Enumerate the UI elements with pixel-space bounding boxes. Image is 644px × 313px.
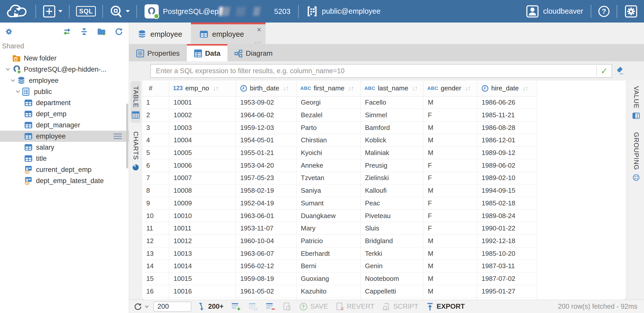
cell-last_name[interactable]: Bridgland bbox=[360, 235, 423, 247]
cell-row-index[interactable]: 7 bbox=[142, 172, 169, 184]
panel-resize-grip[interactable] bbox=[126, 104, 128, 168]
tab-properties[interactable]: Properties bbox=[129, 44, 187, 61]
cell-last_name[interactable]: Genin bbox=[360, 260, 423, 272]
cell-first_name[interactable]: Tzvetan bbox=[296, 172, 360, 184]
cell-birth_date[interactable]: 1959-08-19 bbox=[236, 272, 296, 285]
cell-row-index[interactable]: 6 bbox=[142, 159, 169, 172]
cell-birth_date[interactable]: 1959-12-03 bbox=[236, 121, 296, 134]
cell-birth_date[interactable]: 1952-04-19 bbox=[236, 197, 296, 210]
cell-birth_date[interactable]: 1960-10-04 bbox=[236, 235, 296, 247]
cell-gender[interactable]: F bbox=[423, 109, 477, 122]
cell-last_name[interactable]: Facello bbox=[360, 96, 423, 109]
cell-gender[interactable]: M bbox=[423, 272, 477, 285]
column-header-emp_no[interactable]: 123emp_no↓↑ bbox=[169, 81, 236, 96]
cell-row-index[interactable]: 15 bbox=[142, 272, 169, 285]
add-row-button[interactable] bbox=[231, 302, 241, 311]
cell-first_name[interactable]: Kyoichi bbox=[296, 147, 360, 159]
cell-gender[interactable]: F bbox=[423, 222, 477, 235]
cell-last_name[interactable]: Zielinski bbox=[360, 172, 423, 184]
cell-first_name[interactable]: Guoxiang bbox=[296, 272, 360, 285]
tree-expand-toggle[interactable] bbox=[4, 66, 12, 72]
cell-hire_date[interactable]: 1987-03-11 bbox=[477, 260, 537, 272]
help-button[interactable]: ? bbox=[592, 0, 616, 23]
cell-last_name[interactable]: Peac bbox=[360, 197, 423, 210]
driver-manager-button[interactable] bbox=[104, 0, 135, 23]
sort-arrows-icon[interactable]: ↓↑ bbox=[283, 84, 288, 92]
cell-first_name[interactable]: Patricio bbox=[296, 235, 360, 247]
cell-emp_no[interactable]: 10009 bbox=[169, 197, 236, 210]
cell-last_name[interactable]: Terkki bbox=[360, 247, 423, 260]
tree-item-menu[interactable] bbox=[113, 133, 122, 140]
cell-gender[interactable]: F bbox=[423, 209, 477, 222]
cell-gender[interactable]: M bbox=[423, 184, 477, 197]
cell-row-index[interactable]: 11 bbox=[142, 222, 169, 235]
column-header-row-index[interactable]: # bbox=[142, 81, 169, 96]
tree-item-current-dept-emp[interactable]: current_dept_emp bbox=[0, 164, 129, 175]
duplicate-row-button[interactable]: (+) bbox=[248, 302, 258, 311]
new-folder-button[interactable] bbox=[97, 28, 106, 36]
presentation-tab-charts[interactable]: CHARTS bbox=[131, 126, 141, 175]
cell-emp_no[interactable]: 10003 bbox=[169, 121, 236, 134]
export-button[interactable]: EXPORT bbox=[426, 302, 465, 311]
cell-emp_no[interactable]: 10013 bbox=[169, 247, 236, 260]
cell-first_name[interactable]: Eberhardt bbox=[296, 247, 360, 260]
refresh-tree-button[interactable] bbox=[115, 27, 123, 36]
cell-birth_date[interactable]: 1953-04-20 bbox=[236, 159, 296, 172]
cell-hire_date[interactable]: 1992-12-18 bbox=[477, 235, 537, 247]
sort-arrows-icon[interactable]: ↓↑ bbox=[465, 84, 470, 92]
tree-item-dept-manager[interactable]: dept_manager bbox=[0, 120, 129, 131]
cell-row-index[interactable]: 5 bbox=[142, 147, 169, 159]
cell-emp_no[interactable]: 10017 bbox=[169, 298, 236, 300]
refresh-results-button[interactable] bbox=[134, 302, 149, 311]
cell-emp_no[interactable]: 10016 bbox=[169, 285, 236, 298]
cell-row-index[interactable]: 9 bbox=[142, 197, 169, 210]
cell-row-index[interactable]: 17 bbox=[142, 298, 169, 300]
cell-hire_date[interactable]: 1989-02-10 bbox=[477, 172, 537, 184]
sql-editor-button[interactable]: SQL bbox=[70, 0, 101, 23]
cell-last_name[interactable]: Piveteau bbox=[360, 209, 423, 222]
tree-settings-button[interactable] bbox=[5, 27, 13, 36]
sql-filter-input[interactable] bbox=[151, 67, 596, 75]
cell-emp_no[interactable]: 10007 bbox=[169, 172, 236, 184]
cell-gender[interactable]: M bbox=[423, 134, 477, 147]
presentation-tab-table[interactable]: TABLE bbox=[131, 81, 141, 123]
cell-birth_date[interactable]: 1954-05-01 bbox=[236, 134, 296, 147]
sort-arrows-icon[interactable]: ↓↑ bbox=[522, 84, 528, 92]
script-button[interactable]: SCRIPT bbox=[382, 302, 418, 311]
cell-row-index[interactable]: 2 bbox=[142, 109, 169, 122]
apply-filter-icon[interactable]: ✓ bbox=[597, 66, 612, 76]
row-limit-input[interactable] bbox=[153, 302, 191, 312]
sort-arrows-icon[interactable]: ↓↑ bbox=[348, 84, 354, 92]
settings-button[interactable] bbox=[618, 0, 644, 23]
cell-row-index[interactable]: 4 bbox=[142, 134, 169, 147]
cell-gender[interactable]: M bbox=[423, 247, 477, 260]
cell-birth_date[interactable]: 1964-06-02 bbox=[236, 109, 296, 122]
cell-birth_date[interactable]: 1963-06-01 bbox=[236, 209, 296, 222]
cell-row-index[interactable]: 3 bbox=[142, 121, 169, 134]
cell-first_name[interactable]: Cristinel bbox=[296, 298, 360, 300]
cell-gender[interactable]: F bbox=[423, 298, 477, 300]
fetch-more-rows-button[interactable]: 200+ bbox=[198, 303, 224, 311]
cell-birth_date[interactable]: 1957-05-23 bbox=[236, 172, 296, 184]
tree-item-menu-icon[interactable] bbox=[113, 133, 122, 140]
cell-emp_no[interactable]: 10015 bbox=[169, 272, 236, 285]
column-header-first_name[interactable]: ABCfirst_name↓↑ bbox=[296, 81, 360, 96]
connection-selector[interactable]: PostgreSQL@ep5203 bbox=[138, 0, 297, 23]
cell-hire_date[interactable]: 1985-10-20 bbox=[477, 247, 537, 260]
cell-last_name[interactable]: Bouloucos bbox=[360, 298, 423, 300]
tree-item-title[interactable]: title bbox=[0, 153, 129, 164]
cell-last_name[interactable]: Simmel bbox=[360, 109, 423, 122]
schema-selector[interactable]: public@employee bbox=[300, 0, 387, 23]
tree-item-salary[interactable]: salary bbox=[0, 142, 129, 153]
tab-more-dots[interactable]: ... bbox=[254, 37, 261, 44]
cell-first_name[interactable]: Duangkaew bbox=[296, 209, 360, 222]
cell-hire_date[interactable]: 1994-09-15 bbox=[477, 184, 537, 197]
cell-hire_date[interactable]: 1995-01-27 bbox=[477, 285, 537, 298]
cell-row-index[interactable]: 1 bbox=[142, 96, 169, 109]
link-with-editor-button[interactable] bbox=[62, 28, 71, 35]
cell-birth_date[interactable]: 1963-06-07 bbox=[236, 247, 296, 260]
tree-expand-toggle[interactable] bbox=[9, 77, 17, 84]
cell-row-index[interactable]: 13 bbox=[142, 247, 169, 260]
revert-button[interactable]: REVERT bbox=[336, 302, 374, 311]
cell-first_name[interactable]: Sumant bbox=[296, 197, 360, 210]
